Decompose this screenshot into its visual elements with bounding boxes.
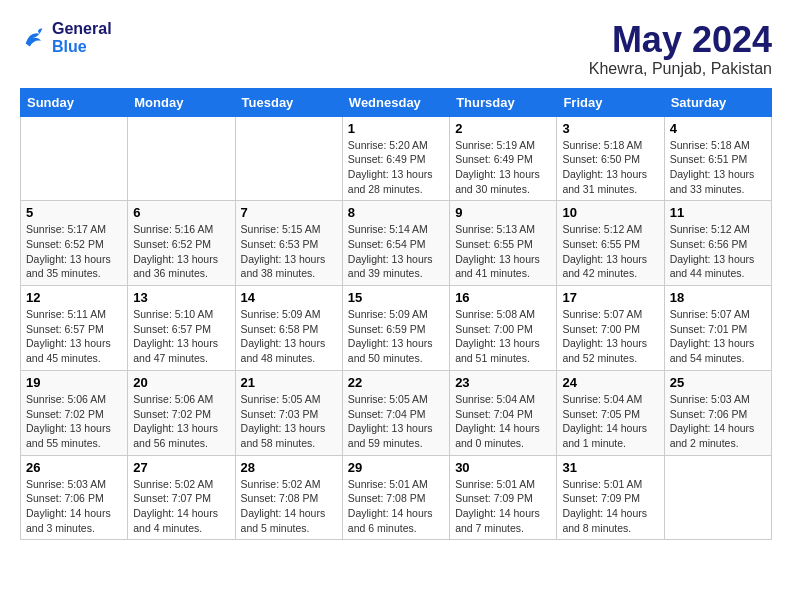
day-info: Sunrise: 5:09 AM Sunset: 6:58 PM Dayligh… — [241, 307, 337, 366]
calendar-cell: 24Sunrise: 5:04 AM Sunset: 7:05 PM Dayli… — [557, 370, 664, 455]
calendar-week-4: 19Sunrise: 5:06 AM Sunset: 7:02 PM Dayli… — [21, 370, 772, 455]
day-number: 25 — [670, 375, 766, 390]
day-number: 15 — [348, 290, 444, 305]
day-number: 21 — [241, 375, 337, 390]
calendar-cell: 15Sunrise: 5:09 AM Sunset: 6:59 PM Dayli… — [342, 286, 449, 371]
calendar-cell: 28Sunrise: 5:02 AM Sunset: 7:08 PM Dayli… — [235, 455, 342, 540]
calendar-cell: 8Sunrise: 5:14 AM Sunset: 6:54 PM Daylig… — [342, 201, 449, 286]
day-number: 17 — [562, 290, 658, 305]
day-number: 10 — [562, 205, 658, 220]
day-number: 18 — [670, 290, 766, 305]
day-info: Sunrise: 5:07 AM Sunset: 7:01 PM Dayligh… — [670, 307, 766, 366]
calendar-cell: 21Sunrise: 5:05 AM Sunset: 7:03 PM Dayli… — [235, 370, 342, 455]
day-info: Sunrise: 5:05 AM Sunset: 7:04 PM Dayligh… — [348, 392, 444, 451]
day-info: Sunrise: 5:16 AM Sunset: 6:52 PM Dayligh… — [133, 222, 229, 281]
calendar-cell — [664, 455, 771, 540]
calendar-cell: 12Sunrise: 5:11 AM Sunset: 6:57 PM Dayli… — [21, 286, 128, 371]
day-number: 27 — [133, 460, 229, 475]
calendar-cell: 9Sunrise: 5:13 AM Sunset: 6:55 PM Daylig… — [450, 201, 557, 286]
day-info: Sunrise: 5:14 AM Sunset: 6:54 PM Dayligh… — [348, 222, 444, 281]
day-number: 2 — [455, 121, 551, 136]
calendar-cell: 7Sunrise: 5:15 AM Sunset: 6:53 PM Daylig… — [235, 201, 342, 286]
day-info: Sunrise: 5:03 AM Sunset: 7:06 PM Dayligh… — [26, 477, 122, 536]
calendar-cell: 27Sunrise: 5:02 AM Sunset: 7:07 PM Dayli… — [128, 455, 235, 540]
calendar-cell: 13Sunrise: 5:10 AM Sunset: 6:57 PM Dayli… — [128, 286, 235, 371]
day-info: Sunrise: 5:10 AM Sunset: 6:57 PM Dayligh… — [133, 307, 229, 366]
day-info: Sunrise: 5:06 AM Sunset: 7:02 PM Dayligh… — [26, 392, 122, 451]
weekday-header-wednesday: Wednesday — [342, 88, 449, 116]
day-number: 20 — [133, 375, 229, 390]
calendar-cell: 29Sunrise: 5:01 AM Sunset: 7:08 PM Dayli… — [342, 455, 449, 540]
calendar-cell — [235, 116, 342, 201]
weekday-header-friday: Friday — [557, 88, 664, 116]
day-number: 30 — [455, 460, 551, 475]
calendar-cell — [128, 116, 235, 201]
calendar-week-1: 1Sunrise: 5:20 AM Sunset: 6:49 PM Daylig… — [21, 116, 772, 201]
calendar-cell: 10Sunrise: 5:12 AM Sunset: 6:55 PM Dayli… — [557, 201, 664, 286]
day-number: 19 — [26, 375, 122, 390]
calendar-cell: 26Sunrise: 5:03 AM Sunset: 7:06 PM Dayli… — [21, 455, 128, 540]
weekday-header-row: SundayMondayTuesdayWednesdayThursdayFrid… — [21, 88, 772, 116]
day-number: 4 — [670, 121, 766, 136]
calendar-cell: 19Sunrise: 5:06 AM Sunset: 7:02 PM Dayli… — [21, 370, 128, 455]
calendar-cell — [21, 116, 128, 201]
day-number: 13 — [133, 290, 229, 305]
day-number: 28 — [241, 460, 337, 475]
day-info: Sunrise: 5:18 AM Sunset: 6:50 PM Dayligh… — [562, 138, 658, 197]
day-number: 9 — [455, 205, 551, 220]
day-info: Sunrise: 5:11 AM Sunset: 6:57 PM Dayligh… — [26, 307, 122, 366]
calendar-table: SundayMondayTuesdayWednesdayThursdayFrid… — [20, 88, 772, 541]
day-info: Sunrise: 5:04 AM Sunset: 7:04 PM Dayligh… — [455, 392, 551, 451]
calendar-cell: 20Sunrise: 5:06 AM Sunset: 7:02 PM Dayli… — [128, 370, 235, 455]
day-info: Sunrise: 5:01 AM Sunset: 7:09 PM Dayligh… — [562, 477, 658, 536]
day-number: 7 — [241, 205, 337, 220]
location: Khewra, Punjab, Pakistan — [589, 60, 772, 78]
weekday-header-saturday: Saturday — [664, 88, 771, 116]
logo: General Blue — [20, 20, 112, 56]
day-number: 29 — [348, 460, 444, 475]
day-number: 16 — [455, 290, 551, 305]
weekday-header-sunday: Sunday — [21, 88, 128, 116]
day-number: 6 — [133, 205, 229, 220]
day-info: Sunrise: 5:07 AM Sunset: 7:00 PM Dayligh… — [562, 307, 658, 366]
day-number: 11 — [670, 205, 766, 220]
day-number: 23 — [455, 375, 551, 390]
day-info: Sunrise: 5:12 AM Sunset: 6:56 PM Dayligh… — [670, 222, 766, 281]
calendar-cell: 6Sunrise: 5:16 AM Sunset: 6:52 PM Daylig… — [128, 201, 235, 286]
logo-icon — [20, 24, 48, 52]
calendar-cell: 25Sunrise: 5:03 AM Sunset: 7:06 PM Dayli… — [664, 370, 771, 455]
calendar-week-5: 26Sunrise: 5:03 AM Sunset: 7:06 PM Dayli… — [21, 455, 772, 540]
month-title: May 2024 — [589, 20, 772, 60]
day-info: Sunrise: 5:04 AM Sunset: 7:05 PM Dayligh… — [562, 392, 658, 451]
calendar-week-3: 12Sunrise: 5:11 AM Sunset: 6:57 PM Dayli… — [21, 286, 772, 371]
page-header: General Blue May 2024 Khewra, Punjab, Pa… — [20, 20, 772, 78]
calendar-cell: 30Sunrise: 5:01 AM Sunset: 7:09 PM Dayli… — [450, 455, 557, 540]
title-block: May 2024 Khewra, Punjab, Pakistan — [589, 20, 772, 78]
calendar-cell: 2Sunrise: 5:19 AM Sunset: 6:49 PM Daylig… — [450, 116, 557, 201]
day-number: 5 — [26, 205, 122, 220]
calendar-cell: 5Sunrise: 5:17 AM Sunset: 6:52 PM Daylig… — [21, 201, 128, 286]
day-info: Sunrise: 5:17 AM Sunset: 6:52 PM Dayligh… — [26, 222, 122, 281]
day-number: 14 — [241, 290, 337, 305]
day-info: Sunrise: 5:20 AM Sunset: 6:49 PM Dayligh… — [348, 138, 444, 197]
calendar-cell: 4Sunrise: 5:18 AM Sunset: 6:51 PM Daylig… — [664, 116, 771, 201]
day-info: Sunrise: 5:18 AM Sunset: 6:51 PM Dayligh… — [670, 138, 766, 197]
day-number: 22 — [348, 375, 444, 390]
day-info: Sunrise: 5:02 AM Sunset: 7:07 PM Dayligh… — [133, 477, 229, 536]
day-number: 3 — [562, 121, 658, 136]
day-info: Sunrise: 5:03 AM Sunset: 7:06 PM Dayligh… — [670, 392, 766, 451]
day-number: 24 — [562, 375, 658, 390]
calendar-cell: 23Sunrise: 5:04 AM Sunset: 7:04 PM Dayli… — [450, 370, 557, 455]
day-info: Sunrise: 5:19 AM Sunset: 6:49 PM Dayligh… — [455, 138, 551, 197]
weekday-header-tuesday: Tuesday — [235, 88, 342, 116]
day-number: 1 — [348, 121, 444, 136]
day-info: Sunrise: 5:02 AM Sunset: 7:08 PM Dayligh… — [241, 477, 337, 536]
day-info: Sunrise: 5:13 AM Sunset: 6:55 PM Dayligh… — [455, 222, 551, 281]
day-number: 26 — [26, 460, 122, 475]
day-number: 12 — [26, 290, 122, 305]
day-info: Sunrise: 5:09 AM Sunset: 6:59 PM Dayligh… — [348, 307, 444, 366]
calendar-cell: 17Sunrise: 5:07 AM Sunset: 7:00 PM Dayli… — [557, 286, 664, 371]
day-number: 31 — [562, 460, 658, 475]
calendar-week-2: 5Sunrise: 5:17 AM Sunset: 6:52 PM Daylig… — [21, 201, 772, 286]
calendar-cell: 31Sunrise: 5:01 AM Sunset: 7:09 PM Dayli… — [557, 455, 664, 540]
